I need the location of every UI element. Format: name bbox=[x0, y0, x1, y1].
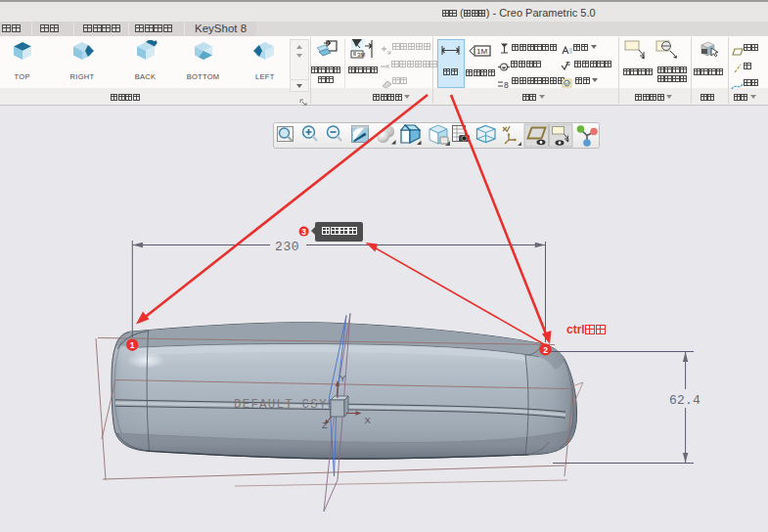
svg-text:Z: Z bbox=[322, 420, 328, 430]
svg-text:32: 32 bbox=[565, 62, 571, 66]
svg-text:62.4: 62.4 bbox=[669, 393, 700, 408]
svg-text:8: 8 bbox=[504, 80, 509, 89]
svg-text:DEFAULT_CSYS: DEFAULT_CSYS bbox=[234, 398, 336, 412]
svg-text:3M: 3M bbox=[357, 52, 365, 58]
svg-text:2: 2 bbox=[543, 345, 548, 355]
svg-text:3: 3 bbox=[301, 227, 306, 237]
svg-text:230: 230 bbox=[275, 240, 299, 254]
svg-text:Y: Y bbox=[339, 373, 346, 383]
svg-text:1: 1 bbox=[130, 340, 135, 350]
svg-text:X: X bbox=[365, 415, 372, 425]
svg-text:1M: 1M bbox=[476, 47, 487, 56]
